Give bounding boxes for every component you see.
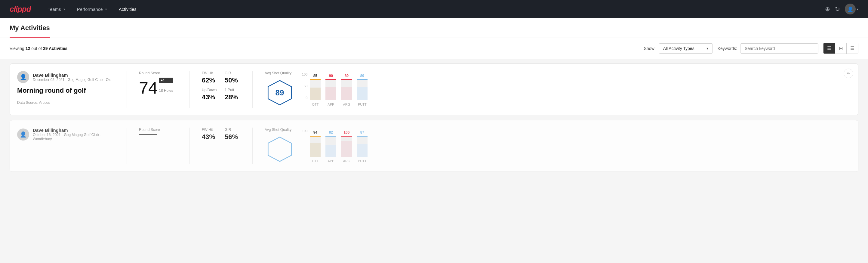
app-value: 82 <box>329 130 333 135</box>
avg-shot-quality-label: Avg Shot Quality <box>265 71 295 75</box>
hexagon-container: 89 <box>265 78 295 108</box>
nav-teams-label: Teams <box>48 7 61 12</box>
svg-marker-1 <box>268 137 291 162</box>
card-divider <box>189 71 190 108</box>
app-bar-group: 82 APP <box>326 130 336 163</box>
y-label-100: 100 <box>302 72 307 76</box>
fw-hit-stat: FW Hit 43% <box>202 127 217 141</box>
user-menu-button[interactable]: 👤 ▾ <box>845 4 858 14</box>
activity-type-select[interactable]: All Activity Types ▾ <box>659 43 713 54</box>
y-label-50: 50 <box>302 84 307 88</box>
chart-y-axis: 100 50 0 <box>302 72 307 99</box>
app-top-marker <box>326 136 336 137</box>
shot-quality-left: Avg Shot Quality <box>265 127 295 164</box>
putt-label: PUTT <box>358 103 367 106</box>
nav-performance-label: Performance <box>77 7 103 12</box>
activity-card: 👤 Dave Billingham October 16, 2021 - Gog… <box>10 120 858 172</box>
viewing-prefix: Viewing <box>10 46 26 51</box>
user-details: Dave Billingham December 05, 2021 - Gog … <box>33 72 111 82</box>
updown-stat: Up/Down 43% <box>202 88 217 101</box>
stats-section: FW Hit 62% GIR 50% Up/Down 43% 1 Putt 28… <box>197 71 245 101</box>
card-divider <box>127 71 127 108</box>
refresh-icon[interactable]: ↻ <box>835 5 840 12</box>
performance-chevron-icon: ▾ <box>105 7 107 11</box>
activity-type-chevron-icon: ▾ <box>707 46 708 51</box>
activity-card: ✏ 👤 Dave Billingham December 05, 2021 - … <box>10 63 858 115</box>
viewing-total: 29 <box>43 46 48 51</box>
main-content: ✏ 👤 Dave Billingham December 05, 2021 - … <box>0 63 868 186</box>
shot-quality-section: Avg Shot Quality 100 94 <box>260 127 851 164</box>
ott-top-marker <box>310 136 320 137</box>
ott-bar-group: 94 OTT <box>310 130 320 163</box>
gir-stat: GIR 50% <box>225 71 240 84</box>
keywords-label: Keywords: <box>718 46 737 51</box>
app-bar-wrapper <box>326 136 336 157</box>
arg-label: ARG <box>343 159 350 163</box>
app-bar-fill <box>326 87 336 100</box>
card-divider <box>252 71 253 108</box>
y-label-100: 100 <box>302 129 307 133</box>
add-icon[interactable]: ⊕ <box>825 5 830 12</box>
user-name: Dave Billingham <box>33 72 111 78</box>
arg-label: ARG <box>343 103 350 106</box>
round-score-label: Round Score <box>139 71 178 75</box>
app-bar-group: 90 APP <box>326 74 336 106</box>
search-input[interactable] <box>740 43 818 54</box>
fw-hit-label: FW Hit <box>202 71 217 75</box>
grid-icon: ⊞ <box>839 46 843 51</box>
list-detail-toggle[interactable]: ☰ <box>847 43 858 54</box>
score-badge: +4 <box>159 78 173 83</box>
putt-top-marker <box>357 79 368 80</box>
user-info: 👤 Dave Billingham October 16, 2021 - Gog… <box>17 127 119 141</box>
avatar: 👤 <box>845 4 856 14</box>
putt-bar-fill <box>357 144 368 157</box>
chart-y-axis: 100 <box>302 129 307 156</box>
card-divider <box>189 127 190 164</box>
gir-label: GIR <box>225 71 240 75</box>
oneputt-value: 28% <box>225 93 240 101</box>
viewing-count: 12 <box>26 46 30 51</box>
shot-quality-left: Avg Shot Quality 89 <box>265 71 295 108</box>
page-title: My Activities <box>10 24 50 32</box>
fw-hit-value: 62% <box>202 77 217 84</box>
navbar: clippd Teams ▾ Performance ▾ Activities … <box>0 0 868 18</box>
app-value: 90 <box>329 74 333 78</box>
app-logo[interactable]: clippd <box>10 4 31 14</box>
nav-activities[interactable]: Activities <box>114 4 142 14</box>
ott-label: OTT <box>312 103 318 106</box>
activity-title: Morning round of golf <box>17 87 119 94</box>
list-compact-icon: ☰ <box>827 46 831 51</box>
ott-bar-fill <box>310 88 320 100</box>
app-bar-fill <box>326 145 336 157</box>
list-compact-toggle[interactable]: ☰ <box>824 43 835 54</box>
card-divider <box>127 127 127 164</box>
page-title-container: My Activities <box>10 18 50 38</box>
grid-toggle[interactable]: ⊞ <box>835 43 847 54</box>
edit-button[interactable]: ✏ <box>844 68 853 78</box>
user-date: October 16, 2021 - Gog Magog Golf Club -… <box>33 133 119 141</box>
data-source: Data Source: Arccos <box>17 100 119 105</box>
nav-teams[interactable]: Teams ▾ <box>43 4 70 14</box>
nav-activities-label: Activities <box>119 7 136 12</box>
oneputt-label: 1 Putt <box>225 88 240 92</box>
putt-bar-wrapper <box>357 79 368 100</box>
score-dash <box>139 134 157 135</box>
page-header: My Activities <box>0 18 868 38</box>
show-filter-group: Show: All Activity Types ▾ <box>644 43 713 54</box>
bar-chart: 100 94 OTT <box>302 129 368 163</box>
nav-performance[interactable]: Performance ▾ <box>72 4 112 14</box>
nav-items: Teams ▾ Performance ▾ Activities <box>43 4 825 14</box>
ott-bar-fill <box>310 143 320 157</box>
putt-bar-fill <box>357 87 368 100</box>
score-holes: 18 Holes <box>159 88 173 93</box>
user-details: Dave Billingham October 16, 2021 - Gog M… <box>33 127 119 141</box>
card-divider <box>252 127 253 164</box>
ott-bar-group: 85 OTT <box>310 74 320 106</box>
fw-hit-label: FW Hit <box>202 127 217 132</box>
shot-quality-section: Avg Shot Quality 89 100 50 0 <box>260 71 851 108</box>
user-date: December 05, 2021 - Gog Magog Golf Club … <box>33 78 111 82</box>
gir-stat: GIR 56% <box>225 127 240 141</box>
list-detail-icon: ☰ <box>850 46 855 51</box>
ott-bar-wrapper <box>310 79 320 100</box>
bars-container: 85 OTT 90 APP <box>310 74 368 106</box>
